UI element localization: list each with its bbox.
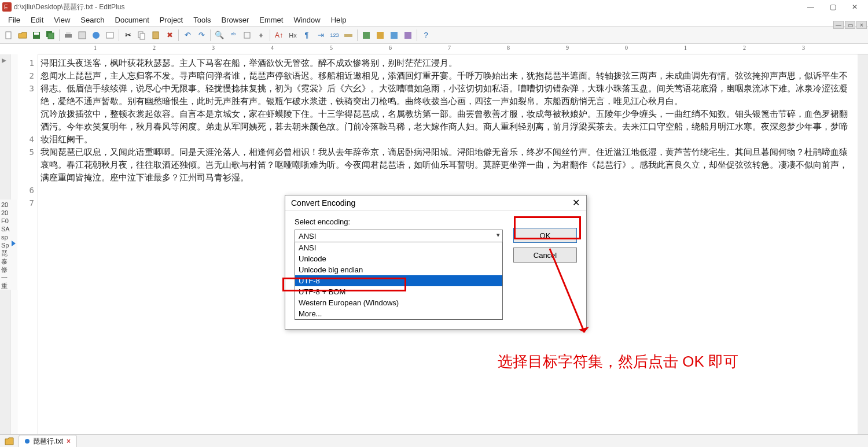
ruler-mark: 1 xyxy=(94,45,97,51)
bookmark-icon[interactable]: ♦ xyxy=(255,29,267,42)
redo-icon[interactable]: ↷ xyxy=(195,29,208,42)
folder-icon[interactable] xyxy=(5,437,14,445)
find-icon[interactable]: 🔍 xyxy=(213,29,226,42)
directory-icon[interactable] xyxy=(374,29,387,42)
encoding-option-utf8[interactable]: UTF-8 xyxy=(295,275,502,286)
ruler-mark: 2 xyxy=(153,45,156,51)
encoding-option-western[interactable]: Western European (Windows) xyxy=(295,297,502,308)
ok-button[interactable]: OK xyxy=(513,228,577,243)
vertical-scrollbar[interactable] xyxy=(858,54,868,434)
cancel-button[interactable]: Cancel xyxy=(513,247,577,263)
text-line: 沉吟放拨插弦中，整顿衣裳起敛容。自言本是京城女，家在虾蟆陵下住。十三学得琵琶成，… xyxy=(41,108,852,146)
ruler-mark: 2 xyxy=(743,45,746,51)
menu-search[interactable]: Search xyxy=(76,14,109,25)
encoding-selected-value: ANSI xyxy=(299,232,316,241)
menu-tools[interactable]: Tools xyxy=(189,14,215,25)
menu-emmet[interactable]: Emmet xyxy=(255,14,288,25)
svg-rect-9 xyxy=(79,32,86,39)
line-number: 3 xyxy=(17,82,38,133)
svg-rect-2 xyxy=(6,32,11,39)
copy-icon[interactable] xyxy=(135,29,148,42)
mdi-restore-icon[interactable]: ▭ xyxy=(845,21,855,29)
word-wrap-icon[interactable]: ¶ xyxy=(300,29,313,42)
svg-rect-7 xyxy=(65,34,72,38)
line-number: 2 xyxy=(17,69,38,82)
svg-rect-15 xyxy=(244,32,250,38)
line-number: 5 xyxy=(17,146,38,184)
minimize-button[interactable]: — xyxy=(800,1,822,13)
window-title: d:\xjliu\Desktop\琵琶行.txt - EditPlus xyxy=(14,2,124,12)
encoding-option-unicode-be[interactable]: Unicode big endian xyxy=(295,264,502,275)
paste-icon[interactable] xyxy=(149,29,162,42)
menu-view[interactable]: View xyxy=(49,14,75,25)
line-number-gutter: 1 2 3 4 5 6 7 xyxy=(17,54,38,434)
ruler-icon[interactable] xyxy=(342,29,355,42)
menu-window[interactable]: Window xyxy=(289,14,325,25)
encoding-option-ansi[interactable]: ANSI xyxy=(295,242,502,253)
delete-icon[interactable]: ✖ xyxy=(163,29,176,42)
save-all-icon[interactable] xyxy=(44,29,57,42)
ruler-mark: 6 xyxy=(389,45,392,51)
help-icon[interactable]: ? xyxy=(420,29,432,42)
ruler: 1 2 3 4 5 6 7 8 9 0 1 2 3 xyxy=(38,44,868,54)
text-line: 我闻琵琶已叹息，又闻此语重唧唧。同是天涯沦落人，相逢何必曾相识！我从去年辞帝京，… xyxy=(41,146,852,184)
svg-rect-11 xyxy=(106,32,113,38)
menu-document[interactable]: Document xyxy=(111,14,154,25)
encoding-combobox[interactable]: ANSI xyxy=(295,230,503,242)
close-button[interactable]: ✕ xyxy=(844,1,866,13)
text-line: 忽闻水上琵琶声，主人忘归客不发。寻声暗问弹者谁，琵琶声停欲语迟。移船相近邀相见，… xyxy=(41,69,852,108)
print-preview-icon[interactable] xyxy=(76,29,89,42)
larger-font-icon[interactable]: A↑ xyxy=(273,29,285,42)
undo-icon[interactable]: ↶ xyxy=(181,29,194,42)
menu-browser[interactable]: Browser xyxy=(217,14,254,25)
ruler-mark: 1 xyxy=(684,45,687,51)
menu-edit[interactable]: Edit xyxy=(26,14,48,25)
hex-icon[interactable]: Hx xyxy=(286,29,299,42)
svg-rect-6 xyxy=(48,33,54,39)
svg-rect-8 xyxy=(66,32,71,34)
dialog-close-icon[interactable]: ✕ xyxy=(569,197,583,208)
app-icon: E xyxy=(2,2,12,12)
menubar: File Edit View Search Document Project T… xyxy=(0,14,868,27)
select-encoding-label: Select encoding: xyxy=(295,217,503,226)
encoding-option-more[interactable]: More... xyxy=(295,308,502,319)
document-tabbar: 琵琶行.txt × xyxy=(0,434,868,447)
svg-rect-19 xyxy=(391,32,398,39)
open-file-icon[interactable] xyxy=(16,29,29,42)
svg-point-10 xyxy=(93,32,100,39)
maximize-button[interactable]: ▢ xyxy=(822,1,844,13)
mdi-minimize-icon[interactable]: — xyxy=(833,21,844,29)
line-num-icon[interactable]: 123 xyxy=(328,29,341,42)
svg-rect-4 xyxy=(34,32,39,35)
indent-icon[interactable]: ⇥ xyxy=(314,29,327,42)
collapse-arrow-icon[interactable] xyxy=(0,57,8,65)
html-check-icon[interactable] xyxy=(104,29,116,42)
goto-icon[interactable] xyxy=(241,29,253,42)
menu-project[interactable]: Project xyxy=(155,14,187,25)
output-icon[interactable] xyxy=(388,29,400,42)
browser-icon[interactable] xyxy=(90,29,102,42)
tab-modified-dot-icon xyxy=(25,439,30,444)
window-list-icon[interactable] xyxy=(360,29,373,42)
save-icon[interactable] xyxy=(30,29,43,42)
cliptext-icon[interactable] xyxy=(402,29,414,42)
cut-icon[interactable]: ✂ xyxy=(122,29,134,42)
line-number: 7 xyxy=(17,197,38,209)
encoding-listbox[interactable]: ANSI Unicode Unicode big endian UTF-8 UT… xyxy=(295,242,503,320)
ruler-mark: 5 xyxy=(330,45,333,51)
encoding-option-unicode[interactable]: Unicode xyxy=(295,253,502,264)
replace-icon[interactable]: ᵃᵇ xyxy=(227,29,240,42)
menu-file[interactable]: File xyxy=(3,14,25,25)
new-file-icon[interactable] xyxy=(2,29,15,42)
svg-rect-16 xyxy=(344,34,352,37)
toolbar: ✂ ✖ ↶ ↷ 🔍 ᵃᵇ ♦ A↑ Hx ¶ ⇥ 123 ? xyxy=(0,27,868,44)
marker-triangle-icon xyxy=(12,241,16,246)
line-number: 6 xyxy=(17,184,38,197)
mdi-close-icon[interactable]: × xyxy=(856,21,867,29)
menu-help[interactable]: Help xyxy=(326,14,351,25)
encoding-option-utf8-bom[interactable]: UTF-8 + BOM xyxy=(295,286,502,297)
tab-close-icon[interactable]: × xyxy=(67,437,71,445)
document-tab[interactable]: 琵琶行.txt × xyxy=(19,435,77,448)
print-icon[interactable] xyxy=(62,29,75,42)
tab-filename: 琵琶行.txt xyxy=(33,437,63,446)
